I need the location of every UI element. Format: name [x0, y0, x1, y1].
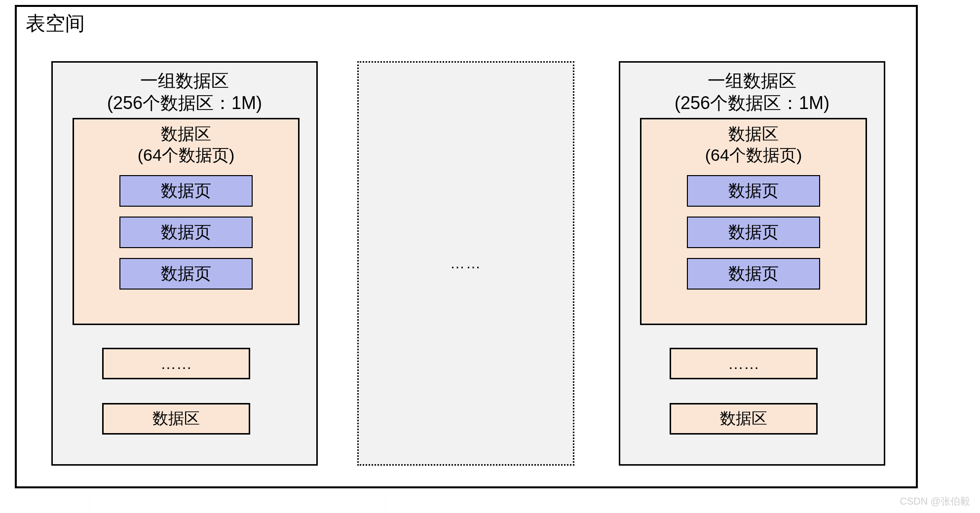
data-page: 数据页 [687, 175, 820, 207]
data-group-title: 一组数据区 (256个数据区：1M) [620, 70, 884, 114]
data-page: 数据页 [119, 217, 253, 248]
tablespace-title: 表空间 [26, 10, 85, 37]
more-data-area: …… [102, 348, 250, 379]
data-group-2: 一组数据区 (256个数据区：1M) 数据区 (64个数据页) 数据页 数据页 … [619, 61, 885, 466]
data-page: 数据页 [687, 258, 820, 290]
last-data-area: 数据区 [670, 403, 818, 435]
data-page: 数据页 [687, 217, 820, 248]
group-title-line2: (256个数据区：1M) [107, 93, 262, 113]
watermark: CSDN @张伯毅 [900, 495, 970, 508]
data-page: 数据页 [119, 175, 253, 207]
data-group-title: 一组数据区 (256个数据区：1M) [53, 70, 316, 114]
data-page: 数据页 [119, 258, 253, 290]
group-title-line2: (256个数据区：1M) [675, 93, 829, 113]
tablespace-container: 表空间 一组数据区 (256个数据区：1M) 数据区 (64个数据页) 数据页 … [15, 5, 918, 488]
data-area-box: 数据区 (64个数据页) 数据页 数据页 数据页 [640, 118, 867, 325]
data-area-title-line1: 数据区 [728, 124, 779, 143]
data-area-title: 数据区 (64个数据页) [74, 123, 298, 165]
data-group-1: 一组数据区 (256个数据区：1M) 数据区 (64个数据页) 数据页 数据页 … [51, 61, 318, 466]
data-area-title: 数据区 (64个数据页) [641, 123, 866, 165]
last-data-area: 数据区 [102, 403, 250, 435]
group-title-line1: 一组数据区 [140, 71, 229, 91]
data-area-box: 数据区 (64个数据页) 数据页 数据页 数据页 [73, 118, 300, 325]
data-area-title-line2: (64个数据页) [705, 146, 802, 164]
group-title-line1: 一组数据区 [708, 71, 796, 91]
more-data-area: …… [670, 348, 818, 379]
data-area-title-line1: 数据区 [161, 124, 211, 143]
middle-ellipsis-box: …… [357, 61, 574, 466]
middle-ellipsis-text: …… [450, 255, 482, 272]
data-area-title-line2: (64个数据页) [138, 146, 234, 164]
